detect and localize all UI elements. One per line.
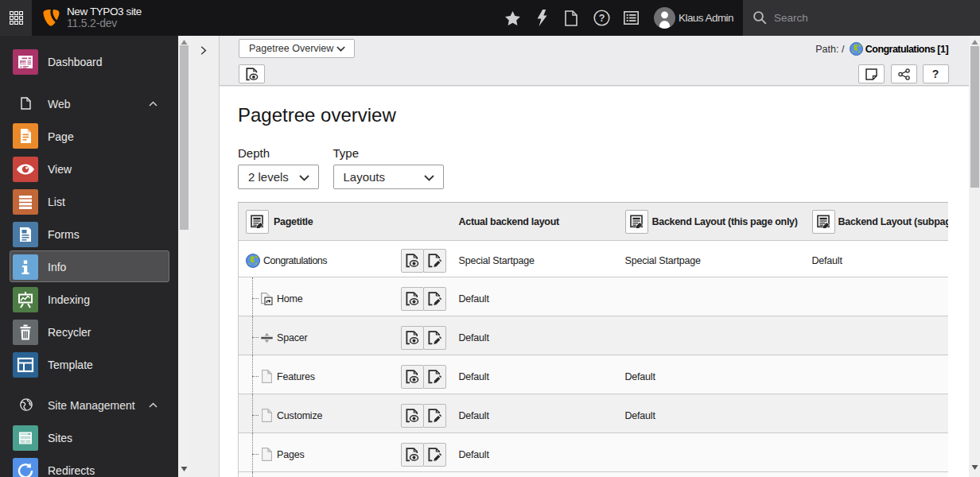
svg-text:?: ?: [598, 13, 605, 24]
